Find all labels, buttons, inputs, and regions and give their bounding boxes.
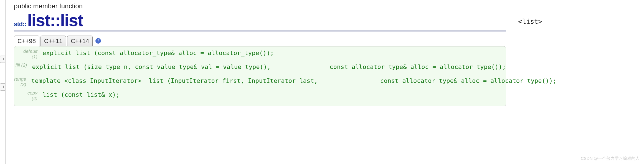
signature-name: fill — [16, 63, 20, 68]
watermark: CSDN @一个努力学习编程的人 — [581, 156, 640, 161]
page-title: list::list — [27, 12, 83, 29]
title-left: std:: list::list — [14, 12, 83, 29]
signature-number: (3) — [14, 82, 26, 88]
signature-box: default (1) explicit list (const allocat… — [14, 46, 506, 106]
tab-cpp14[interactable]: C++14 — [67, 36, 93, 46]
signature-code: explicit list (const allocator_type& all… — [40, 49, 274, 56]
gutter-marker: 1 — [0, 83, 5, 91]
category-label: public member function — [14, 2, 641, 10]
standard-tabs: C++98 C++11 C++14 ? — [14, 35, 641, 46]
title-row: std:: list::list <list> — [14, 12, 506, 31]
namespace-prefix: std:: — [14, 21, 26, 28]
signature-row-fill: fill (2) explicit list (size_type n, con… — [14, 61, 506, 75]
left-gutter: 1 1 — [0, 0, 6, 164]
signature-number: (1) — [14, 54, 37, 60]
tab-cpp11[interactable]: C++11 — [40, 36, 66, 46]
signature-row-range: range (3) template <class InputIterator>… — [14, 75, 506, 89]
signature-name: default — [23, 49, 37, 54]
tab-cpp98[interactable]: C++98 — [14, 36, 39, 46]
signature-row-copy: copy (4) list (const list& x); — [14, 89, 506, 103]
signature-label: range (3) — [14, 76, 28, 88]
signature-code: list (const list& x); — [40, 90, 120, 98]
signature-label: copy (4) — [14, 90, 40, 102]
gutter-marker: 1 — [0, 56, 5, 63]
signature-label: fill (2) — [14, 63, 29, 68]
signature-number: (2) — [21, 63, 27, 68]
header-include: <list> — [518, 18, 542, 26]
page-content: public member function std:: list::list … — [14, 2, 641, 106]
signature-row-default: default (1) explicit list (const allocat… — [14, 48, 506, 61]
signature-name: range — [14, 76, 26, 82]
signature-code: template <class InputIterator> list (Inp… — [28, 76, 556, 84]
signature-number: (4) — [14, 96, 37, 101]
help-icon[interactable]: ? — [95, 38, 101, 44]
signature-name: copy — [27, 90, 37, 96]
signature-code: explicit list (size_type n, const value_… — [29, 63, 506, 70]
signature-label: default (1) — [14, 49, 40, 60]
